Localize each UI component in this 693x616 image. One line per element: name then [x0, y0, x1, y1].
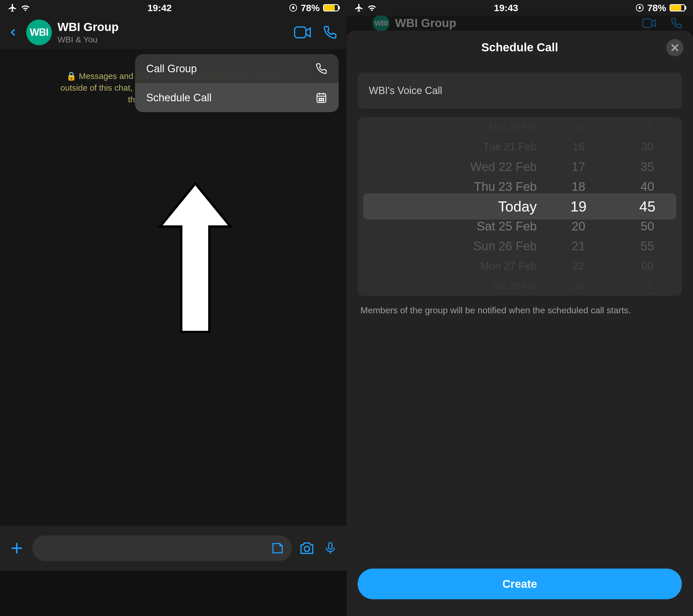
schedule-call-sheet: Schedule Call WBI's Voice Call Mon 20 Fe… [346, 31, 693, 616]
svg-point-11 [323, 100, 324, 101]
status-bar: 19:42 78% [0, 0, 346, 16]
calendar-icon [315, 92, 328, 104]
orientation-lock-icon [289, 4, 297, 12]
call-name-input[interactable]: WBI's Voice Call [358, 73, 682, 109]
schedule-call-menu-item[interactable]: Schedule Call [135, 83, 339, 112]
datetime-picker[interactable]: Mon 20 Feb Tue 21 Feb Wed 22 Feb Thu 23 … [358, 117, 682, 296]
video-call-button[interactable] [294, 25, 311, 40]
battery-percent: 78% [301, 2, 320, 14]
chat-header: WBI WBI Group WBI & You [0, 16, 346, 49]
close-button[interactable] [666, 39, 684, 56]
hour-wheel[interactable]: 15 16 17 18 19 20 21 22 23 [544, 117, 613, 296]
schedule-info-text: Members of the group will be notified wh… [358, 304, 682, 316]
battery-icon [323, 4, 339, 12]
sheet-header: Schedule Call [346, 31, 693, 64]
svg-point-6 [319, 98, 320, 99]
group-avatar[interactable]: WBI [26, 20, 52, 45]
arrow-overlay [156, 180, 234, 336]
wifi-icon [367, 3, 377, 13]
message-input[interactable] [32, 535, 292, 561]
orientation-lock-icon [635, 4, 644, 12]
attach-button[interactable] [8, 539, 26, 557]
svg-point-7 [321, 98, 322, 99]
menu-item-label: Schedule Call [146, 92, 212, 104]
chat-body: 🔒 Messages and calls are end-to-end encr… [0, 49, 346, 571]
svg-point-9 [319, 100, 320, 101]
lock-icon: 🔒 [66, 72, 76, 81]
svg-rect-15 [329, 543, 332, 549]
group-title: WBI Group [58, 20, 289, 34]
battery-percent: 78% [647, 2, 666, 14]
sticker-icon[interactable] [271, 541, 284, 555]
call-name-value: WBI's Voice Call [369, 85, 442, 97]
battery-icon [670, 4, 685, 12]
sheet-title: Schedule Call [481, 41, 558, 54]
svg-rect-1 [295, 27, 306, 38]
svg-point-10 [321, 100, 322, 101]
call-popup-menu: Call Group Schedule Call [135, 54, 339, 112]
status-time: 19:42 [30, 2, 289, 14]
voice-call-button[interactable] [321, 25, 339, 40]
chat-header-behind-modal: WBI WBI Group [346, 16, 693, 31]
camera-button[interactable] [298, 540, 315, 557]
phone-right: WABETAINFO 19:43 78% WBI WBI Group Sched… [346, 0, 693, 616]
mic-button[interactable] [322, 540, 339, 557]
phone-left: WABETAINFO WABETAINFO 19:42 78% WBI WBI … [0, 0, 346, 616]
call-group-menu-item[interactable]: Call Group [135, 54, 339, 83]
airplane-icon [354, 3, 364, 13]
status-time: 19:43 [377, 2, 635, 14]
create-button[interactable]: Create [358, 569, 682, 599]
wifi-icon [21, 3, 30, 13]
create-button-label: Create [502, 578, 537, 590]
svg-point-14 [304, 546, 310, 552]
group-subtitle: WBI & You [58, 35, 289, 44]
airplane-icon [8, 3, 17, 13]
svg-rect-17 [643, 19, 652, 27]
menu-item-label: Call Group [146, 63, 197, 75]
group-title-area[interactable]: WBI Group WBI & You [58, 20, 289, 44]
svg-point-8 [323, 98, 324, 99]
minute-wheel[interactable]: 25 30 35 40 45 50 55 00 05 [613, 117, 682, 296]
date-wheel[interactable]: Mon 20 Feb Tue 21 Feb Wed 22 Feb Thu 23 … [358, 117, 544, 296]
back-button[interactable] [5, 24, 21, 40]
phone-icon [315, 62, 328, 75]
compose-bar [0, 525, 346, 571]
status-bar: 19:43 78% [346, 0, 693, 16]
